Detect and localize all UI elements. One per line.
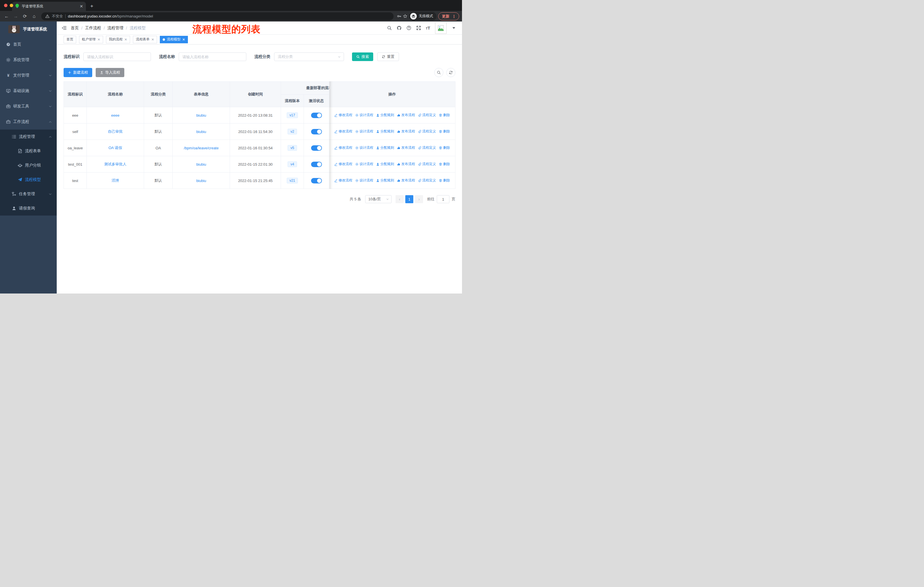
sidebar-item-process-manage[interactable]: 流程管理 (0, 129, 57, 144)
tab-close-icon[interactable]: ✕ (80, 4, 83, 8)
fullscreen-icon[interactable] (416, 25, 421, 30)
sidebar-item-workflow[interactable]: 工作流程 (0, 114, 57, 129)
action-edit[interactable]: 修改流程 (334, 112, 352, 117)
action-edit[interactable]: 修改流程 (334, 146, 352, 150)
import-process-button[interactable]: 导入流程 (96, 68, 124, 77)
action-assign[interactable]: 分配规则 (376, 162, 394, 167)
action-design[interactable]: 设计流程 (355, 112, 373, 117)
page-1-button[interactable]: 1 (405, 195, 413, 203)
action-delete[interactable]: 删除 (439, 112, 450, 117)
process-name-link[interactable]: eeee (111, 113, 119, 117)
status-toggle[interactable] (311, 162, 322, 167)
process-name-link[interactable]: 测试多审批人 (104, 162, 127, 166)
status-toggle[interactable] (311, 146, 322, 151)
tag-close-icon[interactable]: ✕ (182, 38, 185, 41)
create-process-button[interactable]: 新建流程 (64, 68, 92, 77)
next-page-button[interactable]: › (415, 195, 423, 203)
form-link[interactable]: biubiu (196, 162, 206, 167)
url-text[interactable]: dashboard.yudao.iocoder.cn/bpm/manager/m… (68, 14, 153, 18)
status-toggle[interactable] (311, 112, 322, 118)
action-edit[interactable]: 修改流程 (334, 162, 352, 167)
action-assign[interactable]: 分配规则 (376, 178, 394, 183)
sidebar-item-user-group[interactable]: 用户分组 (0, 158, 57, 172)
maximize-window-button[interactable] (15, 4, 19, 7)
form-link[interactable]: biubiu (196, 129, 206, 134)
goto-page-input[interactable] (437, 195, 449, 203)
action-delete[interactable]: 删除 (439, 178, 450, 183)
github-icon[interactable] (397, 25, 402, 30)
action-delete[interactable]: 删除 (439, 146, 450, 150)
close-window-button[interactable] (4, 4, 7, 7)
action-definition[interactable]: 流程定义 (418, 178, 436, 183)
home-icon[interactable]: ⌂ (30, 14, 38, 19)
search-icon[interactable] (387, 25, 392, 30)
sidebar-item-process-form[interactable]: 流程表单 (0, 144, 57, 158)
process-key-input[interactable] (83, 53, 151, 61)
sidebar-item-task-manage[interactable]: 任务管理 (0, 187, 57, 201)
sidebar-fold-icon[interactable] (61, 25, 67, 31)
back-icon[interactable]: ← (3, 14, 10, 19)
key-icon[interactable] (397, 14, 401, 18)
action-publish[interactable]: 发布流程 (397, 178, 415, 183)
action-definition[interactable]: 流程定义 (418, 162, 436, 167)
breadcrumb-item[interactable]: 工作流程 (85, 25, 101, 31)
action-definition[interactable]: 流程定义 (418, 129, 436, 134)
address-bar[interactable]: 不安全 dashboard.yudao.iocoder.cn/bpm/manag… (41, 12, 394, 20)
action-definition[interactable]: 流程定义 (418, 146, 436, 150)
security-label[interactable]: 不安全 (52, 14, 63, 19)
star-icon[interactable] (403, 14, 407, 18)
tag-close-icon[interactable]: ✕ (124, 38, 127, 41)
form-link[interactable]: /bpm/oa/leave/create (184, 146, 219, 150)
refresh-table-button[interactable] (446, 68, 455, 77)
avatar[interactable] (435, 22, 447, 34)
new-tab-button[interactable]: ＋ (89, 3, 94, 9)
sidebar-item-leave-query[interactable]: 请假查询 (0, 201, 57, 215)
sidebar-item-home[interactable]: 首页 (0, 37, 57, 52)
status-toggle[interactable] (311, 178, 322, 184)
sidebar-item-devtool[interactable]: 研发工具 (0, 99, 57, 114)
action-design[interactable]: 设计流程 (355, 178, 373, 183)
action-publish[interactable]: 发布流程 (397, 146, 415, 150)
reset-button[interactable]: 重置 (377, 53, 399, 61)
action-publish[interactable]: 发布流程 (397, 129, 415, 134)
action-publish[interactable]: 发布流程 (397, 162, 415, 167)
form-link[interactable]: biubiu (196, 113, 206, 117)
action-delete[interactable]: 删除 (439, 162, 450, 167)
help-icon[interactable] (406, 25, 411, 30)
prev-page-button[interactable]: ‹ (396, 195, 404, 203)
sidebar-item-process-model[interactable]: 流程模型 (0, 172, 57, 187)
action-edit[interactable]: 修改流程 (334, 129, 352, 134)
tag-process-form[interactable]: 流程表单✕ (133, 36, 157, 43)
tag-close-icon[interactable]: ✕ (151, 38, 154, 41)
status-toggle[interactable] (311, 129, 322, 134)
page-size-select[interactable]: 10条/页 (365, 195, 391, 203)
sidebar-item-payment[interactable]: ¥支付管理 (0, 68, 57, 83)
forward-icon[interactable]: → (12, 14, 20, 19)
process-name-link[interactable]: 自己审批 (108, 129, 123, 134)
minimize-window-button[interactable] (10, 4, 13, 7)
font-size-icon[interactable]: TT (426, 25, 430, 30)
action-assign[interactable]: 分配规则 (376, 146, 394, 150)
show-search-button[interactable] (434, 68, 443, 77)
browser-menu-icon[interactable]: ⋮ (452, 14, 456, 19)
action-design[interactable]: 设计流程 (355, 129, 373, 134)
update-button[interactable]: 更新 ⋮ (438, 12, 459, 20)
window-controls[interactable] (4, 4, 19, 7)
tag-tenant[interactable]: 租户管理✕ (79, 36, 103, 43)
action-edit[interactable]: 修改流程 (334, 178, 352, 183)
process-name-link[interactable]: OA 请假 (109, 146, 122, 150)
sidebar-item-system[interactable]: 系统管理 (0, 52, 57, 68)
caret-down-icon[interactable] (451, 25, 456, 30)
tag-home[interactable]: 首页 (64, 36, 76, 43)
action-definition[interactable]: 流程定义 (418, 112, 436, 117)
tag-my-process[interactable]: 我的流程✕ (106, 36, 130, 43)
action-assign[interactable]: 分配规则 (376, 129, 394, 134)
category-select[interactable]: 流程分类 (274, 53, 344, 61)
action-publish[interactable]: 发布流程 (397, 112, 415, 117)
tag-close-icon[interactable]: ✕ (97, 38, 100, 41)
action-delete[interactable]: 删除 (439, 129, 450, 134)
reload-icon[interactable]: ⟳ (21, 13, 29, 19)
sidebar-item-infra[interactable]: 基础设施 (0, 83, 57, 99)
search-button[interactable]: 搜索 (352, 53, 373, 61)
tag-process-model[interactable]: 流程模型✕ (160, 36, 188, 43)
